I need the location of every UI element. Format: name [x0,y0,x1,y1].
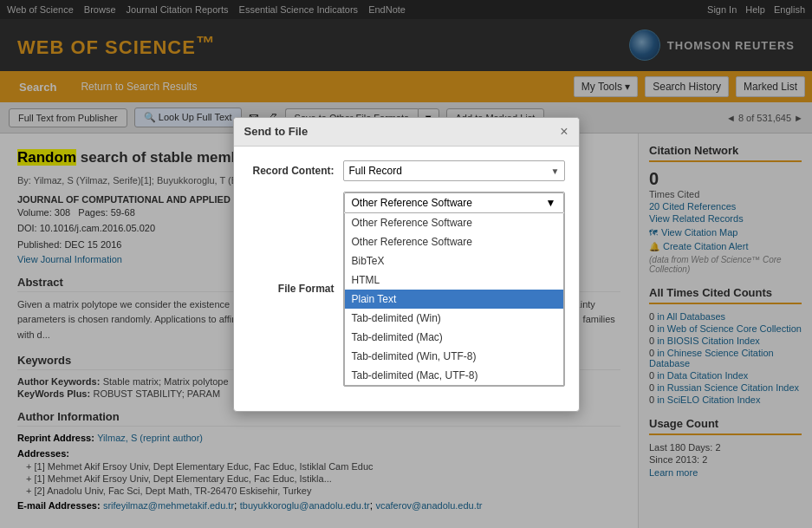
modal-close-button[interactable]: × [560,125,568,139]
file-format-label: File Format [248,283,343,295]
file-format-row: File Format Other Reference Software ▼ O… [248,192,565,387]
send-to-file-modal: Send to File × Record Content: Full Reco… [233,117,580,412]
modal-header: Send to File × [234,118,579,147]
option-tab-win[interactable]: Tab-delimited (Win) [345,309,563,328]
option-html[interactable]: HTML [345,271,563,290]
option-other-reference-2[interactable]: Other Reference Software [345,232,563,251]
modal-body: Record Content: Full Record ▼ File Forma… [234,147,579,411]
option-tab-mac-utf8[interactable]: Tab-delimited (Mac, UTF-8) [345,366,563,385]
file-format-options: Other Reference Software Other Reference… [344,213,564,386]
option-bibtex[interactable]: BibTeX [345,251,563,271]
option-other-reference-1[interactable]: Other Reference Software [345,213,563,232]
option-tab-mac[interactable]: Tab-delimited (Mac) [345,328,563,347]
file-format-dropdown[interactable]: Other Reference Software ▼ Other Referen… [343,192,565,387]
modal-overlay: Send to File × Record Content: Full Reco… [0,0,812,528]
record-content-label: Record Content: [248,165,343,177]
file-format-selected[interactable]: Other Reference Software ▼ [344,192,564,213]
modal-title: Send to File [244,125,309,138]
file-format-selected-text: Other Reference Software [352,197,472,209]
file-format-control: Other Reference Software ▼ Other Referen… [343,192,565,387]
record-content-control: Full Record ▼ [343,160,565,181]
option-tab-win-utf8[interactable]: Tab-delimited (Win, UTF-8) [345,347,563,366]
record-content-row: Record Content: Full Record ▼ [248,160,565,181]
record-content-select[interactable]: Full Record [343,160,565,181]
option-plain-text[interactable]: Plain Text [345,290,563,309]
record-content-dropdown-wrapper: Full Record ▼ [343,160,565,181]
file-format-arrow-icon: ▼ [546,197,556,209]
